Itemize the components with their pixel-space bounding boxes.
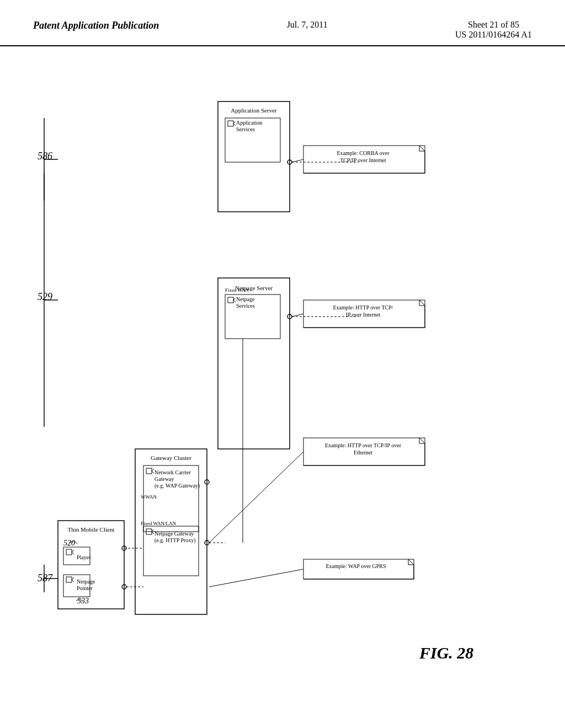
page-header: Patent Application Publication Jul. 7, 2… [0,0,565,46]
svg-line-92 [292,159,303,162]
publication-date: Jul. 7, 2011 [287,20,328,30]
svg-rect-44 [228,297,233,303]
publication-title: Patent Application Publication [33,20,159,31]
svg-text:Pointer: Pointer [77,585,93,591]
svg-text:Fixed WAN/LAN: Fixed WAN/LAN [141,521,177,526]
svg-line-55 [233,124,236,126]
svg-text:520: 520 [63,539,75,547]
svg-text:Example: HTTP over TCP/: Example: HTTP over TCP/ [333,304,393,311]
svg-text:Netpage Gateway: Netpage Gateway [154,531,194,537]
svg-text:Gateway: Gateway [154,476,174,482]
svg-rect-13 [66,549,72,555]
svg-text:WWAN: WWAN [141,494,157,500]
svg-text:FIG. 28: FIG. 28 [419,644,473,662]
svg-line-45 [233,298,236,300]
svg-line-80 [209,452,303,543]
svg-text:533: 533 [77,597,89,605]
svg-text:Netpage: Netpage [77,579,95,585]
svg-text:Ethernet: Ethernet [354,449,372,456]
svg-text:Netpage: Netpage [236,296,255,302]
svg-text:IP over Internet: IP over Internet [346,312,381,318]
svg-line-28 [152,469,154,471]
svg-text:Example: WAP over GPRS: Example: WAP over GPRS [326,563,386,569]
svg-text:Thin Mobile Client: Thin Mobile Client [68,526,115,533]
svg-text:TCP/IP over Internet: TCP/IP over Internet [340,157,386,163]
svg-line-54 [233,121,236,124]
svg-line-20 [72,580,74,582]
svg-line-36 [152,529,154,532]
svg-line-86 [292,314,303,317]
svg-text:587: 587 [38,572,53,584]
svg-text:(e.g. WAP Gateway): (e.g. WAP Gateway) [154,483,200,489]
svg-line-37 [152,532,154,534]
svg-rect-53 [228,121,233,126]
svg-text:Services: Services [236,126,255,132]
svg-text:Gateway Cluster: Gateway Cluster [151,454,191,461]
patent-number: US 2011/0164264 A1 [455,30,532,40]
svg-text:Application Server: Application Server [231,107,277,114]
svg-line-14 [72,550,74,552]
svg-rect-27 [146,468,152,474]
svg-text:Example: HTTP over TCP/IP over: Example: HTTP over TCP/IP over [325,442,402,448]
svg-text:Services: Services [236,303,255,309]
svg-line-29 [152,471,154,473]
svg-rect-70 [303,559,414,579]
svg-line-19 [72,577,74,580]
svg-text:586: 586 [38,151,52,162]
sheet-number: Sheet 21 of 85 [455,20,532,30]
svg-line-15 [72,552,74,554]
svg-text:Fixed WAN: Fixed WAN [225,287,249,293]
svg-line-74 [209,569,303,587]
svg-text:(e.g. HTTP Proxy): (e.g. HTTP Proxy) [154,537,196,544]
patent-diagram: 587 529 586 Thin Mobile Client 520 Playe… [28,63,502,714]
svg-text:Application: Application [236,120,262,126]
svg-text:529: 529 [38,291,52,302]
svg-text:Player: Player [77,554,91,560]
svg-line-46 [233,300,236,302]
svg-text:Network Carrier: Network Carrier [154,469,191,475]
diagram-area: 587 529 586 Thin Mobile Client 520 Playe… [0,46,565,719]
svg-text:Example: CORBA over: Example: CORBA over [337,150,390,156]
svg-rect-18 [66,577,72,582]
